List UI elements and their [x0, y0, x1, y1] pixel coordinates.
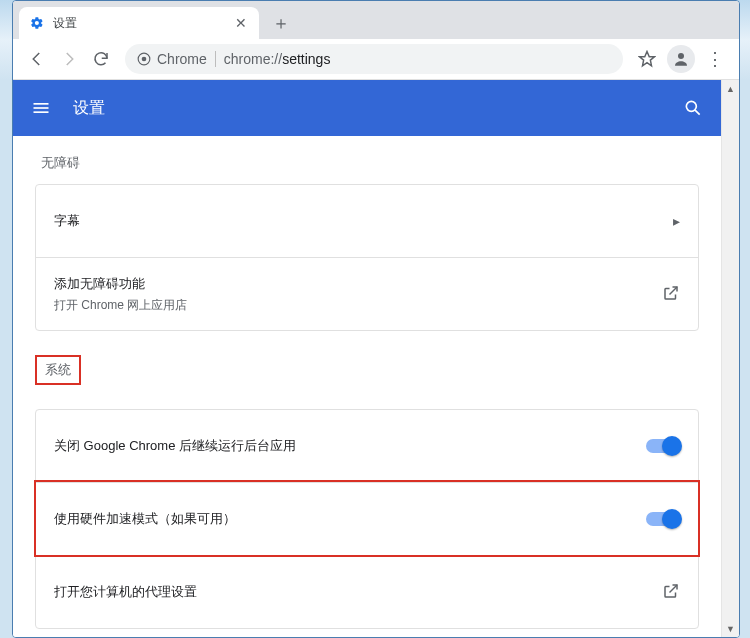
vertical-scrollbar[interactable]: ▲ ▼ — [721, 80, 739, 637]
person-icon — [672, 50, 690, 68]
profile-avatar-button[interactable] — [667, 45, 695, 73]
reload-button[interactable] — [85, 43, 117, 75]
row-captions-label: 字幕 — [54, 212, 80, 230]
section-label-system: 系统 — [35, 355, 81, 385]
tab-title: 设置 — [53, 15, 233, 32]
toggle-background-apps[interactable] — [646, 439, 680, 453]
row-add-accessibility[interactable]: 添加无障碍功能 打开 Chrome 网上应用店 — [36, 257, 698, 330]
chevron-right-icon: ▸ — [673, 213, 680, 229]
open-external-icon — [662, 582, 680, 603]
settings-search-button[interactable] — [681, 96, 705, 120]
tab-strip: 设置 ✕ ＋ — [13, 1, 739, 39]
system-card: 关闭 Google Chrome 后继续运行后台应用 使用硬件加速模式（如果可用… — [35, 409, 699, 629]
open-external-icon — [662, 284, 680, 305]
row-hardware-acceleration-label: 使用硬件加速模式（如果可用） — [54, 510, 236, 528]
gear-icon — [29, 15, 45, 31]
section-label-accessibility: 无障碍 — [41, 154, 699, 172]
scrollbar-down-button[interactable]: ▼ — [722, 620, 739, 637]
scrollbar-up-button[interactable]: ▲ — [722, 80, 739, 97]
svg-rect-6 — [34, 107, 49, 109]
row-proxy-settings-label: 打开您计算机的代理设置 — [54, 583, 197, 601]
site-chip: Chrome — [137, 51, 207, 67]
row-proxy-settings[interactable]: 打开您计算机的代理设置 — [36, 555, 698, 628]
row-captions[interactable]: 字幕 ▸ — [36, 185, 698, 257]
row-add-accessibility-label: 添加无障碍功能 — [54, 275, 187, 293]
back-button[interactable] — [21, 43, 53, 75]
settings-app-bar: 设置 — [13, 80, 721, 136]
forward-button[interactable] — [53, 43, 85, 75]
svg-point-3 — [142, 57, 147, 62]
svg-point-8 — [686, 101, 696, 111]
url-path: settings — [282, 51, 330, 67]
svg-rect-7 — [34, 111, 49, 113]
row-add-accessibility-sub: 打开 Chrome 网上应用店 — [54, 297, 187, 314]
accessibility-card: 字幕 ▸ 添加无障碍功能 打开 Chrome 网上应用店 — [35, 184, 699, 331]
address-bar[interactable]: Chrome chrome://settings — [125, 44, 623, 74]
svg-rect-5 — [34, 103, 49, 105]
row-background-apps-label: 关闭 Google Chrome 后继续运行后台应用 — [54, 437, 296, 455]
browser-toolbar: Chrome chrome://settings ⋮ — [13, 39, 739, 80]
appbar-title: 设置 — [73, 98, 681, 119]
site-chip-label: Chrome — [157, 51, 207, 67]
browser-window: 设置 ✕ ＋ Chrome chrome://settings — [12, 0, 740, 638]
browser-tab-settings[interactable]: 设置 ✕ — [19, 7, 259, 39]
omnibox-divider — [215, 51, 216, 67]
browser-menu-button[interactable]: ⋮ — [699, 48, 731, 70]
svg-line-9 — [695, 110, 700, 115]
search-icon — [683, 98, 703, 118]
tab-close-button[interactable]: ✕ — [233, 15, 249, 31]
row-hardware-acceleration[interactable]: 使用硬件加速模式（如果可用） — [36, 482, 698, 555]
new-tab-button[interactable]: ＋ — [267, 9, 295, 37]
row-background-apps[interactable]: 关闭 Google Chrome 后继续运行后台应用 — [36, 410, 698, 482]
svg-point-4 — [678, 53, 684, 59]
toggle-hardware-acceleration[interactable] — [646, 512, 680, 526]
bookmark-star-button[interactable] — [631, 50, 663, 68]
chrome-icon — [137, 52, 151, 66]
url-scheme: chrome:// — [224, 51, 282, 67]
hamburger-menu-button[interactable] — [29, 96, 53, 120]
